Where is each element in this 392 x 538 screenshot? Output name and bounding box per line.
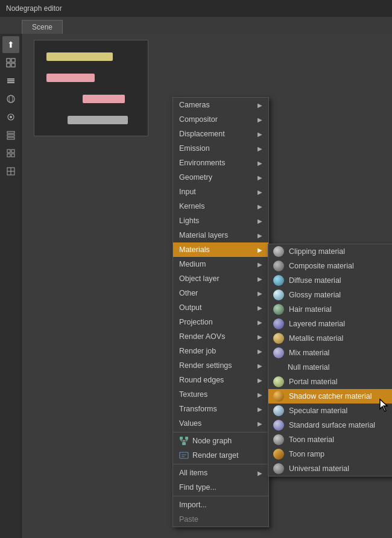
menu-standard-surface-material[interactable]: Standard surface material [268,418,392,432]
layered-material-icon [273,318,284,329]
menu-glossy-material[interactable]: Glossy material [268,288,392,302]
menu-input[interactable]: Input ▶ [173,185,268,199]
menu-displacement[interactable]: Displacement ▶ [173,127,268,141]
toon-material-icon [273,434,284,445]
arrow-icon: ▶ [258,102,262,109]
arrow-icon: ▶ [258,116,262,123]
menu-cameras[interactable]: Cameras ▶ [173,98,268,112]
menu-environments[interactable]: Environments ▶ [173,156,268,170]
menu-object-layer[interactable]: Object layer ▶ [173,271,268,286]
diffuse-material-icon [273,275,284,286]
universal-material-icon [273,463,284,474]
svg-rect-23 [182,442,186,445]
menu-lights[interactable]: Lights ▶ [173,214,268,228]
menu-toon-ramp[interactable]: Toon ramp [268,447,392,461]
secondary-context-menu: Clipping material Composite material Dif… [268,244,392,476]
menu-mix-material[interactable]: Mix material [268,346,392,360]
menu-find-type[interactable]: Find type... [173,480,268,495]
svg-rect-16 [7,154,10,157]
node-canvas [34,40,148,136]
portal-material-icon [273,376,284,387]
scene-tab[interactable]: Scene [22,20,63,34]
svg-rect-13 [7,138,14,139]
glossy-material-icon [273,290,284,300]
composite-material-icon [273,261,284,271]
arrow-icon: ▶ [258,276,262,282]
menu-compositor[interactable]: Compositor ▶ [173,112,268,127]
arrow-icon: ▶ [258,160,262,166]
hair-material-icon [273,304,284,315]
menu-output[interactable]: Output ▶ [173,300,268,315]
menu-paste: Paste [173,512,268,527]
arrow-icon: ▶ [258,261,262,268]
menu-transforms[interactable]: Transforms ▶ [173,402,268,416]
menu-render-job[interactable]: Render job ▶ [173,344,268,358]
svg-rect-5 [7,80,14,81]
camera-icon[interactable] [2,109,19,125]
menu-material-layers[interactable]: Material layers ▶ [173,228,268,242]
grid-icon[interactable] [2,54,19,71]
table-icon[interactable] [2,145,19,162]
arrow-icon: ▶ [258,420,262,427]
svg-rect-1 [11,59,15,62]
menu-layered-material[interactable]: Layered material [268,317,392,331]
svg-point-7 [7,95,14,103]
node-item-3[interactable] [83,95,125,103]
menu-geometry[interactable]: Geometry ▶ [173,170,268,185]
menu-render-target[interactable]: Render target [173,448,268,463]
node-item-1[interactable] [46,52,113,61]
menu-diffuse-material[interactable]: Diffuse material [268,273,392,288]
menu-hair-material[interactable]: Hair material [268,302,392,317]
menu-render-aovs[interactable]: Render AOVs ▶ [173,329,268,344]
arrow-icon: ▶ [258,377,262,384]
arrow-icon: ▶ [258,232,262,239]
menu-medium[interactable]: Medium ▶ [173,257,268,271]
svg-rect-28 [180,452,188,458]
arrow-icon: ▶ [258,334,262,340]
menu-kernels[interactable]: Kernels ▶ [173,199,268,214]
menu-clipping-material[interactable]: Clipping material [268,244,392,259]
grid2-icon[interactable] [2,163,19,180]
arrow-icon: ▶ [258,362,262,369]
arrow-icon: ▶ [258,247,262,253]
node-item-2[interactable] [46,74,95,82]
layer-icon[interactable] [2,72,19,89]
svg-rect-3 [11,63,15,67]
arrow-icon: ▶ [258,203,262,210]
stack-icon[interactable] [2,127,19,144]
menu-all-items[interactable]: All items ▶ [173,466,268,480]
menu-toon-material[interactable]: Toon material [268,432,392,447]
svg-rect-22 [185,437,188,440]
pointer-icon[interactable]: ⬆ [2,36,19,53]
svg-rect-11 [7,131,14,133]
menu-other[interactable]: Other ▶ [173,286,268,300]
menu-projection[interactable]: Projection ▶ [173,315,268,329]
specular-material-icon [273,405,284,416]
svg-rect-4 [7,78,14,80]
svg-rect-2 [7,63,10,67]
node-item-4[interactable] [68,116,128,124]
svg-rect-12 [7,134,14,136]
menu-composite-material[interactable]: Composite material [268,259,392,273]
svg-rect-14 [7,150,10,153]
menu-shadow-catcher-material[interactable]: Shadow catcher material [268,389,392,404]
menu-specular-material[interactable]: Specular material [268,404,392,418]
menu-import[interactable]: Import... [173,498,268,512]
mix-material-icon [273,347,284,358]
menu-portal-material[interactable]: Portal material [268,375,392,389]
menu-render-settings[interactable]: Render settings ▶ [173,358,268,373]
sphere-icon[interactable] [2,90,19,107]
menu-textures[interactable]: Textures ▶ [173,387,268,402]
arrow-icon: ▶ [258,290,262,297]
menu-emission[interactable]: Emission ▶ [173,141,268,156]
node-graph-icon [179,436,189,446]
menu-values[interactable]: Values ▶ [173,416,268,431]
menu-universal-material[interactable]: Universal material [268,461,392,476]
menu-materials[interactable]: Materials ▶ [173,242,268,257]
menu-null-material[interactable]: Null material [268,360,392,375]
arrow-icon: ▶ [258,319,262,326]
menu-metallic-material[interactable]: Metallic material [268,331,392,346]
arrow-icon: ▶ [258,406,262,413]
menu-round-edges[interactable]: Round edges ▶ [173,373,268,387]
menu-node-graph[interactable]: Node graph [173,434,268,448]
